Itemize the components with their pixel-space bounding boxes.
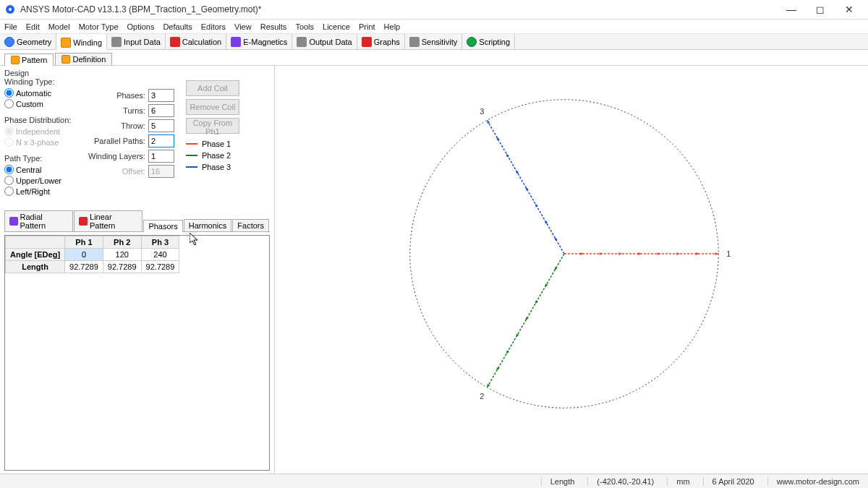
status-url: www.motor-design.com [767, 477, 859, 486]
minimize-button[interactable]: — [777, 0, 806, 20]
turns-input[interactable] [148, 104, 174, 117]
arrow-icon [600, 252, 603, 255]
table-cell[interactable]: 120 [103, 249, 141, 261]
e-magnetics-icon [231, 37, 241, 47]
table-cell[interactable]: 92.7289 [141, 261, 179, 273]
winding-layers-input[interactable] [148, 150, 174, 163]
menu-tools[interactable]: Tools [295, 22, 314, 31]
subtab-definition[interactable]: Definition [55, 53, 112, 65]
menu-motor-type[interactable]: Motor Type [79, 22, 119, 31]
menu-defaults[interactable]: Defaults [163, 22, 192, 31]
winding-layers-label: Winding Layers: [88, 152, 145, 160]
status-coords: (-420.40,-20.41) [587, 477, 654, 486]
tab-radial-pattern[interactable]: Radial Pattern [4, 210, 73, 231]
menu-results[interactable]: Results [260, 22, 287, 31]
toolbar-sensitivity[interactable]: Sensitivity [405, 34, 463, 49]
phasor-label: 2 [480, 392, 484, 401]
toolbar-graphs[interactable]: Graphs [357, 34, 405, 49]
status-date: 6 April 2020 [703, 477, 754, 486]
toolbar: GeometryWindingInput DataCalculationE-Ma… [0, 34, 868, 50]
phase-dist-label: Phase Distribution: [4, 116, 82, 124]
path-type-upperlower[interactable]: Upper/Lower [4, 176, 82, 185]
arrow-icon [580, 252, 584, 255]
winding-icon [61, 38, 71, 48]
arrow-icon [487, 384, 490, 388]
pattern-icon [79, 217, 88, 226]
design-heading: Design [4, 69, 270, 77]
tab-linear-pattern[interactable]: Linear Pattern [74, 210, 142, 231]
geometry-icon [4, 37, 14, 47]
tab-phasors[interactable]: Phasors [143, 220, 182, 232]
svg-point-1 [9, 8, 12, 11]
titlebar: ANSYS Motor-CAD v13.1.3 (BPM_Traction_1_… [0, 0, 868, 20]
phase-dist-independent: Independent [4, 127, 82, 136]
menu-file[interactable]: File [4, 22, 17, 31]
winding-type-automatic[interactable]: Automatic [4, 88, 82, 98]
subtab-label: Definition [72, 55, 106, 64]
col-header: Ph 3 [141, 236, 179, 249]
input-data-icon [111, 37, 122, 47]
toolbar-label: Sensitivity [422, 38, 458, 46]
tab-factors[interactable]: Factors [232, 219, 269, 231]
radio-label: Central [16, 166, 41, 174]
toolbar-label: Winding [73, 38, 102, 47]
toolbar-winding[interactable]: Winding [56, 34, 107, 50]
menu-options[interactable]: Options [127, 22, 155, 31]
table-cell[interactable]: 92.7289 [103, 261, 141, 273]
throw-label: Throw: [121, 121, 145, 130]
menu-model[interactable]: Model [48, 22, 70, 31]
table-cell[interactable]: 240 [141, 249, 179, 261]
toolbar-label: E-Magnetics [243, 38, 287, 46]
toolbar-label: Geometry [17, 38, 51, 46]
scripting-icon [467, 37, 477, 47]
path-type-leftright[interactable]: Left/Right [4, 187, 82, 196]
toolbar-calculation[interactable]: Calculation [166, 34, 226, 49]
close-button[interactable]: ✕ [835, 0, 864, 20]
winding-type-custom[interactable]: Custom [4, 99, 82, 108]
parallel-paths-input[interactable] [148, 134, 174, 147]
phases-input[interactable] [148, 89, 174, 102]
phasor-label: 3 [480, 107, 484, 116]
table-cell[interactable]: 0 [65, 249, 103, 261]
subtab-pattern[interactable]: Pattern [4, 53, 54, 66]
arrow-icon [638, 252, 642, 255]
toolbar-input-data[interactable]: Input Data [107, 34, 166, 49]
window-title: ANSYS Motor-CAD v13.1.3 (BPM_Traction_1_… [20, 4, 777, 14]
toolbar-e-magnetics[interactable]: E-Magnetics [226, 34, 292, 49]
radio-label: Independent [16, 127, 60, 136]
radio-label: Upper/Lower [16, 176, 61, 185]
radio-label: Left/Right [16, 187, 50, 196]
menu-view[interactable]: View [234, 22, 252, 31]
toolbar-label: Scripting [479, 38, 510, 46]
arrow-icon [487, 120, 490, 124]
tab-harmonics[interactable]: Harmonics [184, 219, 232, 231]
copy-from-ph1-button[interactable]: Copy From Ph1 [186, 118, 239, 134]
folder-icon [61, 55, 70, 64]
legend-label: Phase 2 [202, 151, 231, 160]
subtab-label: Pattern [22, 56, 47, 64]
menubar: FileEditModelMotor TypeOptionsDefaultsEd… [0, 20, 868, 34]
arrow-icon [696, 252, 699, 255]
legend-label: Phase 3 [202, 163, 231, 171]
calculation-icon [170, 37, 180, 47]
legend-phase-1: Phase 1 [186, 140, 239, 148]
row-header: Length [6, 261, 65, 273]
toolbar-scripting[interactable]: Scripting [462, 34, 515, 49]
table-cell[interactable]: 92.7289 [65, 261, 103, 273]
maximize-button[interactable]: ◻ [806, 0, 835, 20]
path-type-label: Path Type: [4, 154, 82, 163]
remove-coil-button[interactable]: Remove Coil [186, 99, 239, 115]
throw-input[interactable] [148, 119, 174, 132]
menu-editors[interactable]: Editors [201, 22, 226, 31]
toolbar-label: Graphs [374, 38, 400, 46]
toolbar-output-data[interactable]: Output Data [292, 34, 357, 49]
toolbar-geometry[interactable]: Geometry [0, 34, 56, 49]
offset-input [148, 165, 174, 178]
add-coil-button[interactable]: Add Coil [186, 80, 239, 96]
menu-help[interactable]: Help [384, 22, 401, 31]
menu-edit[interactable]: Edit [26, 22, 40, 31]
menu-print[interactable]: Print [359, 22, 375, 31]
menu-licence[interactable]: Licence [323, 22, 350, 31]
subtabs: PatternDefinition [0, 50, 868, 66]
path-type-central[interactable]: Central [4, 165, 82, 174]
